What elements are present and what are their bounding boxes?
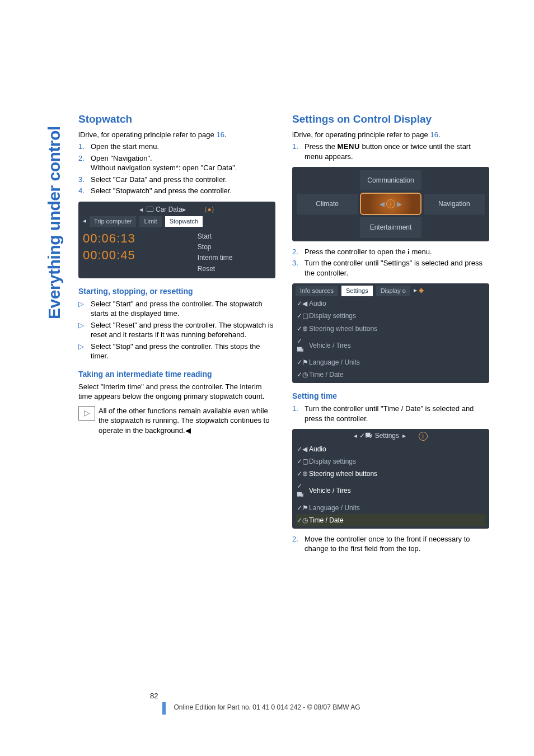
step-time-2: 2.Move the controller once to the front … xyxy=(292,534,489,554)
intro-rb: . xyxy=(438,130,441,139)
tab-display[interactable]: Display o xyxy=(376,286,410,296)
row-language[interactable]: ✓⚑Language / Units xyxy=(296,502,486,514)
step-2: 2.Open "Navigation".Without navigation s… xyxy=(78,153,275,173)
left-column: Stopwatch iDrive, for operating principl… xyxy=(78,112,275,559)
row-vehicle[interactable]: ✓⛟Vehicle / Tires xyxy=(296,335,486,356)
note-block: ▷ All of the other functions remain avai… xyxy=(78,406,275,436)
step-text: Press the controller to open the i menu. xyxy=(305,247,489,257)
list-item: ▷Select "Stop" and press the controller.… xyxy=(78,342,275,361)
steps-r: 1. Press the MENU button once or twice u… xyxy=(292,142,489,161)
time-display: 00:06:13 00:00:45 xyxy=(83,230,186,275)
menu-climate[interactable]: Climate xyxy=(297,194,358,214)
primary-time: 00:06:13 xyxy=(83,230,186,247)
opt-interim[interactable]: Interim time xyxy=(198,253,271,262)
content-columns: Stopwatch iDrive, for operating principl… xyxy=(78,112,489,559)
menu-entertainment[interactable]: Entertainment xyxy=(360,217,421,237)
note-play-icon: ▷ xyxy=(78,406,95,421)
tab-settings[interactable]: Settings xyxy=(341,286,373,296)
step-text: Move the controller once to the front if… xyxy=(305,534,489,554)
page-number: 82 xyxy=(150,692,158,700)
end-marker-icon: ◀ xyxy=(185,426,191,435)
footer-line: Online Edition for Part no. 01 41 0 014 … xyxy=(174,703,360,711)
step-text: Open "Navigation".Without navigation sys… xyxy=(91,153,275,173)
step-text: Open the start menu. xyxy=(91,142,275,152)
bullet-text: Select "Stop" and press the controller. … xyxy=(91,342,275,361)
stopwatch-options: Start Stop Interim time Reset xyxy=(198,230,271,275)
menu-center-i-icon[interactable]: ◂ i ▸ xyxy=(360,193,421,215)
audio-icon: ✓◀ xyxy=(297,299,306,308)
footer-bar-icon xyxy=(162,702,166,715)
step-num: 1. xyxy=(292,404,305,423)
row-display-settings[interactable]: ✓▢Display settings xyxy=(296,455,486,468)
clock-icon: ✓◷ xyxy=(297,370,306,379)
step-num: 2. xyxy=(292,534,305,554)
row-steering[interactable]: ✓⊕Steering wheel buttons xyxy=(296,323,486,335)
bullet-text: Select "Start" and press the controller.… xyxy=(91,299,275,319)
bullet-text: Select "Reset" and press the controller.… xyxy=(91,320,275,340)
triangle-icon: ▷ xyxy=(78,320,91,340)
step-r2: 2. Press the controller to open the i me… xyxy=(292,247,489,257)
intro-ra: iDrive, for operating principle refer to… xyxy=(292,130,430,139)
triangle-icon: ▷ xyxy=(78,299,91,319)
display-icon: ✓▢ xyxy=(297,457,306,466)
step-1: 1.Open the start menu. xyxy=(78,142,275,152)
row-steering[interactable]: ✓⊕Steering wheel buttons xyxy=(296,468,486,480)
screenshot-stopwatch: ◂ Car Data▸ ⟨●⟩ ◂ Trip computer Limit St… xyxy=(78,202,275,278)
opt-reset[interactable]: Reset xyxy=(198,264,271,273)
opt-start[interactable]: Start xyxy=(198,232,271,241)
row-time-date-selected[interactable]: ✓◷Time / Date xyxy=(296,514,486,526)
car-icon: ✓⛟ xyxy=(297,482,306,500)
shot2-tabs: Info sources Settings Display o ▸ ◆ xyxy=(296,286,486,296)
steps-time: 1.Turn the controller until "Time / Date… xyxy=(292,404,489,423)
step-text: Turn the controller until "Settings" is … xyxy=(305,258,489,278)
triangle-icon: ▷ xyxy=(78,342,91,361)
step-text: Select "Stopwatch" and press the control… xyxy=(91,186,275,196)
row-audio[interactable]: ✓◀Audio xyxy=(296,297,486,310)
interim-time: 00:00:45 xyxy=(83,247,186,264)
shot-tabs: ◂ Trip computer Limit Stopwatch xyxy=(83,216,271,227)
step-num: 2. xyxy=(292,247,305,257)
subhead-intermediate: Taking an intermediate time reading xyxy=(78,369,275,380)
menu-navigation[interactable]: Navigation xyxy=(424,194,485,214)
car-icon: ✓⛟ xyxy=(297,337,306,354)
link-page-16[interactable]: 16 xyxy=(216,130,224,139)
flag-icon: ✓⚑ xyxy=(297,358,306,367)
row-language[interactable]: ✓⚑Language / Units xyxy=(296,356,486,368)
row-display-settings[interactable]: ✓▢Display settings xyxy=(296,310,486,322)
tab-stopwatch[interactable]: Stopwatch xyxy=(165,216,203,227)
tab-trip-computer[interactable]: Trip computer xyxy=(90,216,136,227)
right-column: Settings on Control Display iDrive, for … xyxy=(292,112,489,559)
step-num: 1. xyxy=(292,142,305,161)
step-num: 4. xyxy=(78,186,91,196)
flag-icon: ✓⚑ xyxy=(297,503,306,512)
info-icon: i xyxy=(419,432,428,441)
opt-stop[interactable]: Stop xyxy=(198,242,271,251)
step-num: 3. xyxy=(78,175,91,185)
step-num: 2. xyxy=(78,153,91,173)
info-icon: i xyxy=(386,199,395,208)
side-section-label: Everything under control xyxy=(45,126,64,319)
display-icon: ✓▢ xyxy=(297,311,306,320)
wheel-icon: ✓⊕ xyxy=(297,324,306,333)
footer: 82 Online Edition for Part no. 01 41 0 0… xyxy=(0,703,534,711)
row-audio[interactable]: ✓◀Audio xyxy=(296,443,486,455)
note-text: All of the other functions remain availa… xyxy=(99,406,275,436)
menu-communication[interactable]: Communication xyxy=(360,170,421,190)
row-time-date[interactable]: ✓◷Time / Date xyxy=(296,368,486,381)
screenshot-start-menu: Communication Climate ◂ i ▸ Navigation E… xyxy=(292,167,489,241)
steps-list: 1.Open the start menu. 2.Open "Navigatio… xyxy=(78,142,275,196)
shot-body: 00:06:13 00:00:45 Start Stop Interim tim… xyxy=(83,230,271,275)
step-4: 4.Select "Stopwatch" and press the contr… xyxy=(78,186,275,196)
subhead-setting-time: Setting time xyxy=(292,391,489,402)
screenshot-time-date: ◂ ✓⛟ Settings ▸ i ✓◀Audio ✓▢Display sett… xyxy=(292,429,489,529)
step-text: Turn the controller until "Time / Date" … xyxy=(305,404,489,423)
row-vehicle[interactable]: ✓⛟Vehicle / Tires xyxy=(296,480,486,501)
intro-a: iDrive, for operating principle refer to… xyxy=(78,130,216,139)
intro-text-r: iDrive, for operating principle refer to… xyxy=(292,130,489,140)
step-num: 1. xyxy=(78,142,91,152)
link-page-16-r[interactable]: 16 xyxy=(430,130,438,139)
tab-info-sources[interactable]: Info sources xyxy=(296,286,338,296)
clock-icon: ✓◷ xyxy=(297,516,306,525)
tab-limit[interactable]: Limit xyxy=(139,216,161,227)
step-num: 3. xyxy=(292,258,305,278)
